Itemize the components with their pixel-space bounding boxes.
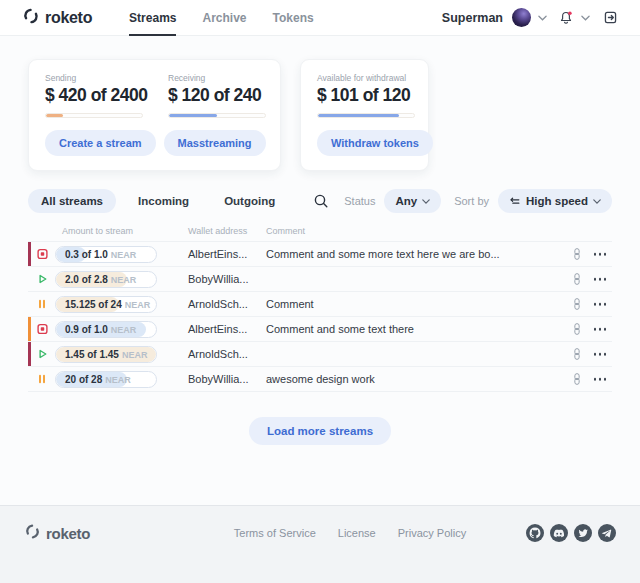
wallet-address: AlbertEins... (188, 248, 247, 260)
token-symbol: NEAR (111, 325, 137, 335)
link-icon[interactable] (572, 322, 582, 336)
row-menu-button[interactable] (592, 374, 609, 385)
telegram-icon[interactable] (598, 524, 616, 542)
amount-progress-pill[interactable]: 20 of 28 NEAR (55, 371, 157, 388)
create-stream-button[interactable]: Create a stream (45, 130, 156, 156)
footer: roketo Terms of Service License Privacy … (0, 505, 640, 583)
token-symbol: NEAR (111, 275, 137, 285)
twitter-icon[interactable] (574, 524, 592, 542)
streams-summary-card: Sending $ 420 of 2400 Receiving $ 120 of… (28, 59, 281, 171)
amount-progress-pill[interactable]: 1.45 of 1.45 NEAR (55, 346, 157, 363)
token-symbol: NEAR (105, 375, 131, 385)
amount-progress-pill[interactable]: 0.9 of 1.0 NEAR (55, 321, 157, 338)
wallet-address: ArnoldSch... (188, 348, 248, 360)
main-nav: Streams Archive Tokens (116, 0, 327, 36)
footer-socials (526, 523, 616, 542)
row-status-stripe (28, 317, 31, 341)
stream-comment: Comment and some more text here we are b… (266, 248, 500, 260)
wallet-address: BobyWillia... (188, 373, 249, 385)
privacy-policy-link[interactable]: Privacy Policy (398, 527, 466, 539)
avatar[interactable] (512, 8, 531, 27)
table-row: 20 of 28 NEAR BobyWillia... awesome desi… (28, 367, 612, 392)
receiving-progress-bar (168, 113, 266, 118)
footer-logo[interactable]: roketo (24, 523, 174, 544)
streams-table: Amount to stream Wallet address Comment … (28, 226, 612, 392)
status-value: Any (395, 195, 417, 207)
logout-icon[interactable] (603, 10, 618, 25)
row-menu-button[interactable] (592, 324, 609, 335)
sort-icon (509, 196, 521, 207)
app-header: roketo Streams Archive Tokens Superman (0, 0, 640, 36)
status-dropdown[interactable]: Any (384, 189, 441, 213)
link-icon[interactable] (572, 247, 582, 261)
table-header: Amount to stream Wallet address Comment (28, 226, 612, 241)
sending-label: Sending (45, 73, 143, 83)
row-menu-button[interactable] (592, 299, 609, 310)
amount-progress-pill[interactable]: 2.0 of 2.8 NEAR (55, 271, 157, 288)
play-icon[interactable] (37, 349, 48, 360)
notification-bell-icon[interactable] (558, 10, 574, 26)
stream-comment: Comment and some text there (266, 323, 414, 335)
pause-icon[interactable] (37, 299, 47, 310)
footer-links: Terms of Service License Privacy Policy (174, 523, 526, 539)
link-icon[interactable] (572, 297, 582, 311)
amount-text: 1.45 of 1.45 (65, 349, 119, 360)
discord-icon[interactable] (550, 524, 568, 542)
footer-logo-text: roketo (46, 525, 90, 542)
table-row: 0.9 of 1.0 NEAR AlbertEins... Comment an… (28, 317, 612, 342)
row-menu-button[interactable] (592, 249, 609, 260)
table-row: 2.0 of 2.8 NEAR BobyWillia... (28, 267, 612, 292)
amount-text: 0.9 of 1.0 (65, 324, 108, 335)
load-more-button[interactable]: Load more streams (249, 417, 391, 445)
nav-tab-archive[interactable]: Archive (189, 0, 259, 36)
sending-progress-bar (45, 113, 143, 118)
tab-outgoing[interactable]: Outgoing (211, 189, 288, 213)
terms-of-service-link[interactable]: Terms of Service (234, 527, 316, 539)
search-icon[interactable] (313, 193, 329, 209)
table-row: 0.3 of 1.0 NEAR AlbertEins... Comment an… (28, 242, 612, 267)
receiving-label: Receiving (168, 73, 266, 83)
sending-stat: Sending $ 420 of 2400 (45, 73, 143, 118)
withdraw-tokens-button[interactable]: Withdraw tokens (317, 130, 433, 156)
amount-progress-pill[interactable]: 0.3 of 1.0 NEAR (55, 246, 157, 263)
link-icon[interactable] (572, 272, 582, 286)
app-logo[interactable]: roketo (22, 7, 92, 29)
table-row: 1.45 of 1.45 NEAR ArnoldSch... (28, 342, 612, 367)
link-icon[interactable] (572, 347, 582, 361)
roketo-swirl-icon (24, 523, 41, 544)
column-amount: Amount to stream (62, 226, 133, 236)
receiving-stat: Receiving $ 120 of 240 (168, 73, 266, 118)
withdrawal-label: Available for withdrawal (317, 73, 415, 83)
stop-icon[interactable] (37, 324, 48, 335)
column-wallet: Wallet address (188, 226, 247, 236)
roketo-swirl-icon (22, 7, 40, 29)
row-status-stripe (28, 367, 31, 391)
pause-icon[interactable] (37, 374, 47, 385)
notifications-chevron-icon[interactable] (581, 15, 590, 21)
nav-tab-streams[interactable]: Streams (116, 0, 189, 36)
row-menu-button[interactable] (592, 274, 609, 285)
tab-all-streams[interactable]: All streams (28, 189, 116, 213)
nav-tab-tokens[interactable]: Tokens (260, 0, 327, 36)
stop-icon[interactable] (37, 249, 48, 260)
withdrawal-progress-bar (317, 113, 415, 118)
withdrawal-card: Available for withdrawal $ 101 of 120 Wi… (300, 59, 429, 171)
sending-value: $ 420 of 2400 (45, 85, 143, 106)
amount-progress-pill[interactable]: 15.125 of 24 NEAR (55, 296, 157, 313)
github-icon[interactable] (526, 524, 544, 542)
stream-comment: awesome design work (266, 373, 375, 385)
row-status-stripe (28, 267, 31, 291)
logo-text: roketo (45, 9, 92, 27)
sort-dropdown[interactable]: High speed (498, 189, 612, 213)
user-menu-chevron-icon[interactable] (538, 15, 547, 21)
amount-text: 20 of 28 (65, 374, 102, 385)
chevron-down-icon (422, 199, 430, 204)
link-icon[interactable] (572, 372, 582, 386)
tab-incoming[interactable]: Incoming (125, 189, 202, 213)
row-menu-button[interactable] (592, 349, 609, 360)
play-icon[interactable] (37, 274, 48, 285)
status-label: Status (344, 195, 375, 207)
license-link[interactable]: License (338, 527, 376, 539)
token-symbol: NEAR (125, 300, 151, 310)
masstreaming-button[interactable]: Masstreaming (164, 130, 266, 156)
